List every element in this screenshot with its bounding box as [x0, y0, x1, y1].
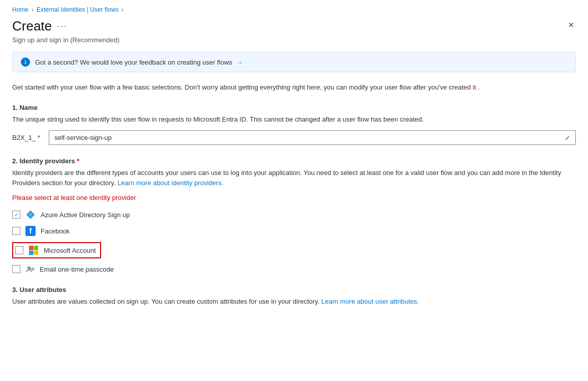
- please-select-message: Please select at least one identity prov…: [12, 194, 576, 201]
- ms-yellow-square: [34, 251, 39, 255]
- required-star: *: [77, 157, 79, 165]
- intro-text: Get started with your user flow with a f…: [12, 82, 576, 93]
- azure-ad-checkbox[interactable]: ✓: [12, 211, 20, 219]
- info-icon: i: [21, 57, 30, 67]
- breadcrumb-sep-1: ›: [32, 6, 34, 13]
- section2-desc: Identity providers are the different typ…: [12, 168, 576, 188]
- list-item: ✓ Azure Active Directory Sign up: [12, 210, 576, 220]
- more-options-icon[interactable]: ···: [57, 21, 68, 32]
- feedback-link[interactable]: →: [234, 58, 242, 66]
- close-button[interactable]: ×: [566, 18, 576, 32]
- learn-more-attributes-link[interactable]: Learn more about user attributes.: [321, 298, 419, 305]
- breadcrumb: Home › External Identities | User flows …: [12, 6, 576, 13]
- section2: 2. Identity providers * Identity provide…: [12, 157, 576, 274]
- page-title: Create: [12, 18, 52, 34]
- email-icon: [25, 265, 35, 274]
- checkmark-icon: ✓: [565, 134, 571, 142]
- ms-green-square: [34, 246, 39, 250]
- list-item: f Facebook: [12, 226, 576, 236]
- svg-marker-1: [27, 212, 34, 218]
- name-field-row: B2X_1_ * ✓: [12, 130, 576, 145]
- page-header: Create ··· ×: [12, 18, 576, 34]
- page-subtitle: Sign up and sign in (Recommended): [12, 36, 576, 44]
- name-input-wrapper: ✓: [49, 130, 576, 145]
- email-otp-label: Email one-time passcode: [40, 266, 114, 273]
- feedback-text: Got a second? We would love your feedbac…: [35, 58, 242, 66]
- ms-red-square: [29, 246, 34, 250]
- breadcrumb-home[interactable]: Home: [12, 6, 28, 13]
- svg-point-3: [28, 268, 29, 269]
- section2-heading: 2. Identity providers *: [12, 157, 576, 165]
- facebook-label: Facebook: [41, 227, 70, 235]
- microsoft-account-row: Microsoft Account: [12, 242, 101, 258]
- page-title-area: Create ···: [12, 18, 68, 34]
- section1-heading: 1. Name: [12, 104, 576, 111]
- microsoft-icon: [28, 245, 39, 255]
- microsoft-account-checkbox[interactable]: [15, 246, 23, 254]
- azure-ad-icon: [25, 210, 36, 220]
- name-input[interactable]: [49, 130, 576, 145]
- checkbox-check-icon: ✓: [14, 212, 18, 218]
- ms-blue-square: [29, 251, 34, 255]
- feedback-banner: i Got a second? We would love your feedb…: [12, 52, 576, 72]
- email-otp-checkbox[interactable]: [12, 265, 20, 273]
- list-item: Microsoft Account: [12, 242, 576, 258]
- breadcrumb-external-identities[interactable]: External Identities | User flows: [37, 6, 118, 13]
- section3-desc: User attributes are values collected on …: [12, 297, 576, 307]
- list-item: Email one-time passcode: [12, 265, 576, 274]
- facebook-checkbox[interactable]: [12, 227, 20, 235]
- facebook-icon: f: [25, 226, 36, 236]
- section3-heading: 3. User attributes: [12, 286, 576, 294]
- learn-more-identity-link[interactable]: Learn more about identity providers.: [117, 179, 223, 187]
- section1-desc: The unique string used to identify this …: [12, 114, 576, 125]
- identity-providers-list: ✓ Azure Active Directory Sign up f Faceb…: [12, 210, 576, 274]
- azure-ad-label: Azure Active Directory Sign up: [41, 211, 130, 219]
- microsoft-account-label: Microsoft Account: [44, 247, 96, 254]
- name-field-label: B2X_1_ *: [12, 134, 43, 141]
- breadcrumb-sep-2: ›: [121, 6, 123, 13]
- section3: 3. User attributes User attributes are v…: [12, 286, 576, 307]
